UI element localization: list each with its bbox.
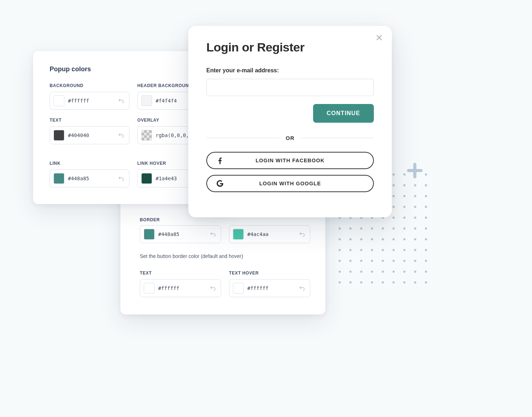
or-divider: OR — [206, 135, 374, 141]
email-input[interactable] — [206, 79, 374, 96]
text-color-input[interactable]: #404040 — [50, 126, 129, 144]
border-label: BORDER — [140, 217, 310, 222]
plus-decoration-icon — [405, 161, 424, 180]
color-value: #4ac4aa — [247, 231, 294, 237]
facebook-icon — [216, 156, 224, 165]
swatch — [141, 95, 152, 106]
swatch — [54, 95, 64, 106]
reset-icon[interactable] — [208, 230, 217, 239]
login-modal: ✕ Login or Register Enter your e-mail ad… — [188, 26, 392, 217]
reset-icon[interactable] — [117, 174, 125, 183]
google-icon — [216, 179, 224, 188]
border-hint: Set the button border color (default and… — [140, 251, 310, 259]
login-subtitle: Enter your e-mail address: — [206, 67, 374, 74]
login-google-label: LOGIN WITH GOOGLE — [259, 181, 321, 186]
color-value: #448a85 — [68, 176, 113, 181]
swatch — [141, 173, 152, 184]
swatch — [141, 130, 152, 141]
text-color-label: TEXT — [50, 118, 129, 123]
reset-icon[interactable] — [298, 284, 306, 293]
background-color-input[interactable]: #ffffff — [50, 92, 129, 110]
color-value: #ffffff — [68, 98, 113, 104]
color-value: #ffffff — [247, 285, 294, 291]
swatch — [144, 283, 155, 294]
border-default-color-input[interactable]: #448a85 — [140, 225, 221, 243]
text-default-color-input[interactable]: #ffffff — [140, 279, 221, 297]
continue-button[interactable]: CONTINUE — [313, 104, 374, 123]
reset-icon[interactable] — [208, 284, 217, 293]
color-value: #404040 — [68, 132, 113, 138]
reset-icon[interactable] — [117, 96, 125, 105]
text-label: TEXT — [140, 271, 221, 276]
login-facebook-label: LOGIN WITH FACEBOOK — [256, 158, 325, 163]
color-value: #448a85 — [158, 231, 205, 237]
swatch — [54, 130, 64, 141]
swatch — [144, 229, 155, 240]
text-hover-color-input[interactable]: #ffffff — [229, 279, 310, 297]
svg-rect-1 — [407, 169, 422, 172]
background-label: BACKGROUND — [50, 83, 129, 88]
svg-rect-0 — [413, 163, 417, 178]
link-label: LINK — [50, 161, 129, 166]
login-google-button[interactable]: LOGIN WITH GOOGLE — [206, 175, 374, 192]
reset-icon[interactable] — [298, 230, 306, 239]
border-hover-color-input[interactable]: #4ac4aa — [229, 225, 310, 243]
login-title: Login or Register — [206, 40, 374, 54]
swatch — [54, 173, 64, 184]
color-value: #ffffff — [158, 285, 205, 291]
close-icon[interactable]: ✕ — [375, 33, 383, 42]
swatch — [233, 229, 244, 240]
link-color-input[interactable]: #448a85 — [50, 169, 129, 187]
login-facebook-button[interactable]: LOGIN WITH FACEBOOK — [206, 152, 374, 169]
or-label: OR — [286, 135, 295, 141]
swatch — [233, 283, 244, 294]
reset-icon[interactable] — [117, 131, 125, 140]
text-hover-label: TEXT HOVER — [229, 271, 310, 276]
